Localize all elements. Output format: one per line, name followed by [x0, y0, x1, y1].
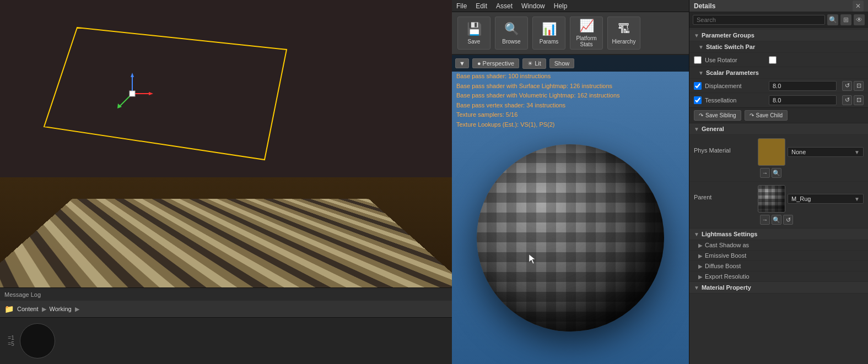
menu-asset[interactable]: Asset — [496, 2, 513, 10]
parent-thumb-pattern — [758, 186, 785, 212]
save-bar: ↷ Save Sibling ↷ Save Child — [689, 107, 868, 123]
displacement-checkbox[interactable] — [694, 82, 702, 90]
tessellation-expand-btn[interactable]: ⊡ — [854, 95, 864, 105]
displacement-val-text: 8.0 — [773, 83, 781, 89]
prop-use-rotator: Use Rotator — [689, 53, 868, 67]
menu-window[interactable]: Window — [521, 2, 545, 10]
parent-reset-btn[interactable]: ↺ — [783, 215, 793, 225]
browse-button[interactable]: 🔍 Browse — [495, 17, 528, 50]
arrow-scalar: ▼ — [698, 70, 704, 76]
params-button[interactable]: 📊 Params — [532, 17, 565, 50]
phys-material-value[interactable]: None ▼ — [788, 147, 864, 157]
phys-material-label: Phys Material — [694, 138, 754, 154]
phys-material-dropdown-arrow: ▼ — [854, 149, 860, 155]
dropdown-arrow-icon: ▼ — [459, 60, 465, 67]
use-rotator-value-checkbox[interactable] — [769, 56, 777, 64]
menu-help[interactable]: Help — [554, 2, 568, 10]
prop-phys-material: Phys Material None ▼ → 🔍 — [689, 135, 868, 182]
parent-value[interactable]: M_Rug ▼ — [788, 194, 864, 204]
tessellation-val-text: 8.0 — [773, 97, 781, 104]
material-sphere — [477, 144, 664, 332]
details-eye-btn[interactable]: 👁 — [854, 14, 865, 25]
general-label: General — [702, 126, 724, 132]
tessellation-reset-btn[interactable]: ↺ — [842, 95, 852, 105]
breadcrumb-working[interactable]: Working — [50, 306, 72, 312]
search-icon-btn[interactable]: 🔍 — [827, 14, 838, 25]
message-log-label: Message Log — [4, 291, 41, 298]
section-scalar-parameters[interactable]: ▼ Scalar Parameters — [689, 67, 868, 79]
phys-material-thumbnail — [758, 138, 785, 166]
section-general[interactable]: ▼ General — [689, 123, 868, 135]
parent-dropdown-arrow: ▼ — [854, 196, 860, 202]
phys-material-arrow-btn[interactable]: → — [760, 168, 770, 178]
arrow-lightmass: ▼ — [694, 231, 699, 237]
platform-stats-icon: 📈 — [579, 19, 594, 33]
tessellation-checkbox[interactable] — [694, 96, 702, 104]
details-title: Details — [694, 2, 715, 10]
platform-stats-label: Platform Stats — [570, 35, 602, 47]
save-sibling-icon: ↷ — [699, 112, 703, 118]
phys-material-search-btn[interactable]: 🔍 — [772, 168, 781, 178]
scalar-parameters-label: Scalar Parameters — [706, 69, 759, 76]
use-rotator-checkbox[interactable] — [694, 56, 702, 64]
asset-count-1: =1 — [8, 335, 14, 341]
save-child-label: Save Child — [756, 112, 783, 118]
details-close-btn[interactable]: ✕ — [853, 1, 864, 12]
details-panel: Details ✕ 🔍 ⊞ 👁 ▼ Parameter Groups ▼ Sta… — [689, 0, 868, 364]
parent-search-btn[interactable]: 🔍 — [772, 215, 781, 225]
section-static-switch[interactable]: ▼ Static Switch Par — [689, 41, 868, 53]
displacement-label: Displacement — [705, 83, 765, 89]
displacement-reset-btn[interactable]: ↺ — [842, 81, 852, 91]
show-btn[interactable]: Show — [549, 58, 575, 68]
transform-gizmo[interactable] — [110, 72, 154, 116]
section-arrow-params: ▼ — [694, 32, 699, 39]
section-material-property[interactable]: ▼ Material Property — [689, 282, 868, 294]
tessellation-actions: ↺ ⊡ — [842, 95, 864, 105]
breadcrumb-content[interactable]: Content — [17, 306, 39, 312]
diffuse-boost-label: Diffuse Boost — [705, 263, 741, 269]
prop-tessellation: Tessellation 8.0 ↺ ⊡ — [689, 93, 868, 107]
menu-file[interactable]: File — [456, 2, 467, 10]
asset-thumbnail-0[interactable] — [20, 323, 55, 358]
save-child-btn[interactable]: ↷ Save Child — [745, 110, 788, 121]
parent-arrow-btn[interactable]: → — [760, 215, 770, 225]
rug-mesh — [0, 199, 452, 287]
save-button[interactable]: 💾 Save — [457, 17, 490, 50]
lit-btn[interactable]: ☀ Lit — [522, 58, 546, 69]
perspective-icon: ● — [477, 60, 481, 67]
breadcrumb-sep-1: ▶ — [42, 306, 46, 313]
details-search-input[interactable] — [693, 15, 825, 25]
browse-label: Browse — [502, 39, 520, 45]
phys-material-val-text: None — [791, 149, 806, 155]
lightmass-cast-shadow[interactable]: ▶ Cast Shadow as — [689, 240, 868, 251]
displacement-expand-btn[interactable]: ⊡ — [854, 81, 864, 91]
tri-diffuse-boost: ▶ — [698, 263, 703, 269]
platform-stats-button[interactable]: 📈 Platform Stats — [570, 17, 603, 50]
prop-parent: Parent M_Rug ▼ → 🔍 ↺ — [689, 182, 868, 229]
details-grid-btn[interactable]: ⊞ — [840, 14, 851, 25]
arrow-static-switch: ▼ — [698, 44, 704, 50]
hierarchy-button[interactable]: 🏗 Hierarchy — [607, 17, 640, 50]
lightmass-emissive-boost[interactable]: ▶ Emissive Boost — [689, 251, 868, 261]
save-child-icon: ↷ — [750, 112, 754, 118]
details-content: ▼ Parameter Groups ▼ Static Switch Par U… — [689, 28, 868, 364]
save-sibling-btn[interactable]: ↷ Save Sibling — [694, 110, 741, 121]
lightmass-export-resolution[interactable]: ▶ Export Resolutio — [689, 271, 868, 282]
material-preview-viewport[interactable] — [452, 55, 689, 364]
viewport-left[interactable] — [0, 0, 452, 287]
view-dropdown-btn[interactable]: ▼ — [455, 58, 469, 68]
arrow-general: ▼ — [694, 126, 699, 132]
section-lightmass[interactable]: ▼ Lightmass Settings — [689, 229, 868, 240]
perspective-btn[interactable]: ● Perspective — [472, 58, 519, 68]
message-log[interactable]: Message Log — [0, 287, 452, 301]
section-parameter-groups[interactable]: ▼ Parameter Groups — [689, 30, 868, 41]
menu-edit[interactable]: Edit — [476, 2, 487, 10]
export-resolution-label: Export Resolutio — [705, 273, 750, 280]
svg-marker-7 — [44, 28, 287, 160]
parent-actions: → 🔍 ↺ — [760, 215, 864, 225]
lightmass-diffuse-boost[interactable]: ▶ Diffuse Boost — [689, 261, 868, 271]
perspective-label: Perspective — [483, 60, 514, 67]
lightmass-label: Lightmass Settings — [702, 231, 757, 237]
phys-material-actions: → 🔍 — [760, 168, 864, 178]
asset-bar: =1 =5 — [0, 317, 452, 364]
